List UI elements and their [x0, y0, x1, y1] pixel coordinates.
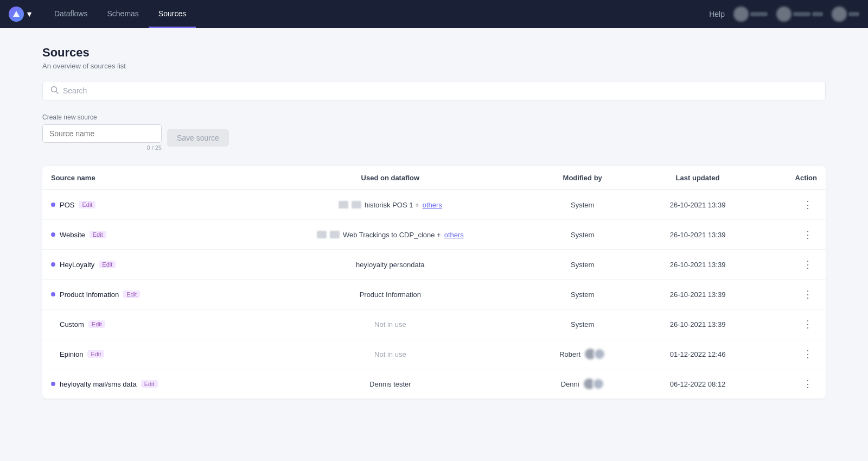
modified-name: System — [571, 291, 594, 299]
action-cell: ⋮ — [760, 310, 826, 339]
dataflow-icon — [339, 201, 348, 209]
nav-bar-2 — [793, 12, 810, 16]
action-cell: ⋮ — [760, 339, 826, 369]
row-source-name: heyloyalty mail/sms data — [60, 380, 137, 388]
row-bullet — [51, 322, 55, 326]
last-updated-value: 26-10-2021 13:39 — [670, 201, 726, 209]
source-name-cell: Website Edit — [42, 220, 252, 250]
modified-name: System — [571, 261, 594, 269]
create-label: Create new source — [42, 113, 826, 121]
nav-avatar-group — [733, 7, 768, 22]
action-menu-button[interactable]: ⋮ — [799, 347, 817, 361]
row-bullet — [51, 352, 55, 356]
modified-by-cell: System — [529, 280, 636, 310]
row-edit-badge[interactable]: Edit — [141, 380, 158, 388]
row-edit-badge[interactable]: Edit — [90, 231, 106, 238]
action-menu-button[interactable]: ⋮ — [799, 287, 817, 301]
nav-link-schemas[interactable]: Schemas — [97, 0, 148, 28]
modified-name: System — [571, 320, 594, 329]
dataflow-cell: Not in use — [252, 339, 529, 369]
nav-logo-chevron: ▾ — [27, 9, 31, 19]
row-edit-badge[interactable]: Edit — [123, 291, 140, 298]
modified-name: System — [571, 201, 594, 209]
table-row: POS Edit historisk POS 1 + others System… — [42, 190, 826, 220]
nav-logo[interactable]: ▾ — [9, 7, 31, 22]
modified-name: System — [571, 231, 594, 239]
source-name-input[interactable] — [42, 124, 162, 143]
not-in-use-label: Not in use — [374, 320, 406, 329]
nav-link-sources[interactable]: Sources — [149, 0, 196, 28]
modified-name: Robert — [559, 350, 580, 358]
last-updated-cell: 26-10-2021 13:39 — [636, 220, 759, 250]
last-updated-value: 26-10-2021 13:39 — [670, 291, 726, 299]
nav-bar-3 — [812, 12, 823, 16]
action-cell: ⋮ — [760, 220, 826, 250]
nav-help-link[interactable]: Help — [709, 10, 725, 18]
dataflow-cell: Product Information — [252, 280, 529, 310]
last-updated-cell: 06-12-2022 08:12 — [636, 369, 759, 399]
col-modified-by: Modified by — [529, 166, 636, 190]
nav-link-dataflows[interactable]: Dataflows — [44, 0, 97, 28]
last-updated-cell: 26-10-2021 13:39 — [636, 190, 759, 220]
logo-icon — [9, 7, 24, 22]
source-name-cell: heyloyalty mail/sms data Edit — [42, 369, 252, 399]
modified-by-cell: System — [529, 310, 636, 339]
nav-user-bar — [733, 7, 768, 22]
row-edit-badge[interactable]: Edit — [99, 261, 116, 268]
dataflow-prefix: Web Trackings to CDP_clone + — [343, 231, 441, 239]
col-used-on-dataflow: Used on dataflow — [252, 166, 529, 190]
row-bullet — [51, 203, 55, 207]
action-menu-button[interactable]: ⋮ — [799, 257, 817, 271]
dataflow-cell: Not in use — [252, 310, 529, 339]
modified-by-cell: System — [529, 250, 636, 280]
modified-avatar-2 — [592, 378, 604, 390]
dataflow-icon-2 — [352, 201, 361, 209]
col-action: Action — [760, 166, 826, 190]
dataflow-cell: heyloyalty persondata — [252, 250, 529, 280]
save-source-button[interactable]: Save source — [167, 129, 229, 147]
nav-avatar-3 — [832, 7, 847, 22]
last-updated-value: 06-12-2022 08:12 — [670, 380, 726, 388]
row-source-name: Custom — [60, 320, 84, 329]
source-name-input-wrapper: 0 / 25 — [42, 124, 162, 151]
last-updated-value: 01-12-2022 12:46 — [670, 350, 726, 358]
dataflow-others-link[interactable]: others — [444, 231, 464, 239]
last-updated-cell: 01-12-2022 12:46 — [636, 339, 759, 369]
row-edit-badge[interactable]: Edit — [88, 320, 105, 328]
last-updated-value: 26-10-2021 13:39 — [670, 261, 726, 269]
action-menu-button[interactable]: ⋮ — [799, 228, 817, 242]
navbar: ▾ Dataflows Schemas Sources Help — [0, 0, 868, 28]
row-source-name: Epinion — [60, 350, 83, 358]
avatar-group — [584, 348, 605, 361]
action-cell: ⋮ — [760, 190, 826, 220]
dataflow-cell: historisk POS 1 + others — [252, 190, 529, 220]
action-menu-button[interactable]: ⋮ — [799, 377, 817, 391]
row-bullet — [51, 292, 55, 296]
table-row: HeyLoyalty Edit heyloyalty persondataSys… — [42, 250, 826, 280]
nav-avatar-1 — [733, 7, 749, 22]
nav-bar-1 — [750, 12, 768, 16]
sources-table: Source name Used on dataflow Modified by… — [42, 166, 826, 399]
modified-by-cell: System — [529, 190, 636, 220]
modified-by-cell: Denni — [529, 369, 636, 399]
action-menu-button[interactable]: ⋮ — [799, 317, 817, 331]
action-menu-button[interactable]: ⋮ — [799, 198, 817, 212]
search-icon — [50, 86, 59, 96]
search-placeholder: Search — [63, 86, 87, 95]
last-updated-cell: 26-10-2021 13:39 — [636, 250, 759, 280]
avatar-group — [583, 377, 604, 390]
row-bullet — [51, 232, 55, 237]
char-count: 0 / 25 — [42, 144, 162, 151]
nav-bar-group-2 — [776, 7, 823, 22]
row-edit-badge[interactable]: Edit — [79, 201, 95, 209]
search-bar[interactable]: Search — [42, 81, 826, 100]
dataflow-prefix: historisk POS 1 + — [365, 201, 419, 209]
dataflow-others-link[interactable]: others — [423, 201, 442, 209]
modified-by-cell: Robert — [529, 339, 636, 369]
row-bullet — [51, 382, 55, 386]
create-source-section: Create new source 0 / 25 Save source — [42, 113, 826, 151]
row-edit-badge[interactable]: Edit — [87, 350, 104, 358]
dataflow-cell: Dennis tester — [252, 369, 529, 399]
page-title: Sources — [42, 46, 826, 60]
row-source-name: HeyLoyalty — [60, 261, 94, 269]
